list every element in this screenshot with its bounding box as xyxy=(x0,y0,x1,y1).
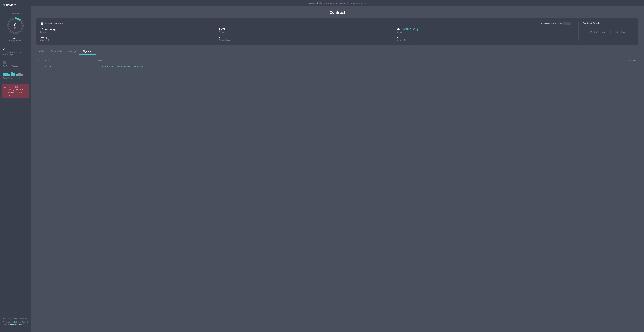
contract-card: 📋 Smart Contract KT1HJ8VJ..8AU4AF Copy 1… xyxy=(36,18,638,45)
election-icon xyxy=(3,61,6,64)
election-row: — xyxy=(3,61,28,64)
creator-label: Creator xyxy=(397,31,572,33)
last-active-value: 10 minutes ago xyxy=(40,28,214,31)
transactions-field: 1 Transactions xyxy=(219,36,393,41)
cycle-donut: 0 Cycle xyxy=(6,16,25,35)
contract-fields: 10 minutes ago Last Active 1 XTZ Balance… xyxy=(40,28,572,41)
last-active-label: Last Active xyxy=(40,31,214,33)
block-number: 7 xyxy=(3,47,28,51)
alert-box: ⚠ Tezos indexer syncing. The data presen… xyxy=(2,84,29,98)
balance-field: 1 XTZ Balance xyxy=(219,28,393,33)
block-section: 7 Latest Block seen 10 minutes ago xyxy=(0,44,30,58)
tab-storage[interactable]: Storage xyxy=(65,48,80,55)
health-label: Good Network Health xyxy=(3,77,28,79)
network-name: Tezos Sandbox xyxy=(3,12,28,14)
creator-field: 🖼 tz1VSUr8..8Cjcjb Creator xyxy=(397,28,572,33)
row-key: 0: nat xyxy=(43,63,96,70)
election-value: — xyxy=(8,61,10,64)
block-description: Latest Block seen 10 minutes ago xyxy=(3,52,28,56)
sidebar: tz tzStats Tezos Sandbox 0 Cycle 0m Unti… xyxy=(0,0,30,332)
row-key-link[interactable]: 0: nat xyxy=(45,65,51,68)
delegate-value: - xyxy=(397,36,572,39)
contract-address-row: KT1HJ8VJ..8AU4AF Copy xyxy=(541,22,572,25)
col-header-key: Key xyxy=(43,58,96,63)
balance-label: Balance xyxy=(219,31,393,33)
health-bar-6 xyxy=(16,74,18,76)
row-update: 7 xyxy=(612,63,638,70)
footer-contact: Contact us on Twitter or Discord xyxy=(3,321,28,323)
footer-link-blog[interactable]: Blog xyxy=(8,318,12,320)
logo-name: tzStats xyxy=(6,3,16,7)
delegate-label: Current Delegate xyxy=(397,39,572,41)
table-header-row: # Key Value Last Update xyxy=(36,58,638,63)
row-value-link[interactable]: tz1VSUr8wwNhLAzempoch5d6hLRiTh8Cjcjb xyxy=(98,65,143,68)
blockwatch-link: Blockwatch Data xyxy=(10,324,24,326)
footer-links: API Blog Terms Privacy xyxy=(3,318,28,320)
row-value: tz1VSUr8wwNhLAzempoch5d6hLRiTh8Cjcjb xyxy=(96,63,612,70)
page-title: Contract xyxy=(36,10,638,15)
tabs: Calls Entrypoints Storage Bigmap 1 xyxy=(36,48,638,55)
transactions-value: 1 xyxy=(219,36,393,39)
health-bar-2 xyxy=(6,73,8,76)
balance-value: 1 XTZ xyxy=(219,28,393,31)
cycle-label: Cycle xyxy=(13,27,18,29)
creator-icon: 🖼 xyxy=(397,28,400,31)
twitter-link[interactable]: Twitter xyxy=(14,321,19,323)
footer-made: Made by Blockwatch Data xyxy=(3,324,28,326)
sidebar-footer: API Blog Terms Privacy Contact us on Twi… xyxy=(0,315,30,328)
tab-bigmap1[interactable]: Bigmap 1 xyxy=(80,48,96,55)
footer-link-api[interactable]: API xyxy=(3,318,6,320)
content-area: Contract 📋 Smart Contract KT1HJ8VJ..8AU4… xyxy=(30,6,644,332)
logo-area: tz tzStats xyxy=(0,0,30,10)
contract-details: Contract Details We don't recognize this… xyxy=(578,22,634,41)
bigmap-table: # Key Value Last Update 1 0: nat tz1VSUr… xyxy=(36,58,638,70)
alert-icon: ⚠ xyxy=(4,86,6,89)
table-row: 1 0: nat tz1VSUr8wwNhLAzempoch5d6hLRiTh8… xyxy=(36,63,638,70)
contract-address: KT1HJ8VJ..8AU4AF xyxy=(541,22,562,25)
table-body: 1 0: nat tz1VSUr8wwNhLAzempoch5d6hLRiTh8… xyxy=(36,63,638,70)
copy-button[interactable]: Copy xyxy=(563,22,572,25)
cycle-number: 0 xyxy=(13,23,18,27)
health-bars xyxy=(3,72,28,76)
election-label: On-Chain Election xyxy=(3,65,28,67)
transactions-label: Transactions xyxy=(219,39,393,41)
contract-header: 📋 Smart Contract KT1HJ8VJ..8AU4AF Copy xyxy=(40,22,572,25)
health-bar-3 xyxy=(8,74,10,76)
col-header-num: # xyxy=(36,58,43,63)
col-header-update: Last Update xyxy=(612,58,638,63)
creation-date-field: Sat Apr 17 Creation Date xyxy=(40,36,214,41)
footer-link-privacy[interactable]: Privacy xyxy=(20,318,26,320)
health-bar-4 xyxy=(11,72,13,76)
health-section: Good Network Health xyxy=(0,70,30,82)
health-bar-1 xyxy=(3,73,5,76)
contract-info: 📋 Smart Contract KT1HJ8VJ..8AU4AF Copy 1… xyxy=(40,22,572,41)
col-header-value: Value xyxy=(96,58,612,63)
search-placeholder: Explore blocks, operations, accounts, el… xyxy=(308,2,367,4)
row-num: 1 xyxy=(36,63,43,70)
details-empty: We don't recognize this contract type. xyxy=(583,27,634,37)
contract-type-label: Smart Contract xyxy=(45,22,63,25)
details-title: Contract Details xyxy=(583,22,634,25)
network-section: Tezos Sandbox 0 Cycle 0m Until Cycle End xyxy=(0,10,30,44)
cycle-container: 0 Cycle 0m Until Cycle End xyxy=(3,16,28,42)
main-content: Explore blocks, operations, accounts, el… xyxy=(30,0,644,332)
alert-message: Tezos indexer syncing. The data presente… xyxy=(8,86,27,96)
creation-date-label: Creation Date xyxy=(40,39,214,41)
search-bar: Explore blocks, operations, accounts, el… xyxy=(30,0,644,6)
cycle-center: 0 Cycle xyxy=(13,23,18,29)
health-bar-5 xyxy=(13,73,15,76)
discord-link[interactable]: Discord xyxy=(22,321,28,323)
health-bar-8 xyxy=(21,74,23,76)
footer-link-terms[interactable]: Terms xyxy=(13,318,18,320)
tab-calls[interactable]: Calls xyxy=(36,48,48,55)
creation-date-value: Sat Apr 17 xyxy=(40,36,214,39)
cycle-sublabel: Until Cycle End xyxy=(9,40,21,42)
tab-entrypoints[interactable]: Entrypoints xyxy=(48,48,65,55)
creator-link[interactable]: tz1VSUr8..8Cjcjb xyxy=(401,28,420,31)
contract-type-icon: 📋 xyxy=(40,22,44,25)
delegate-field: - Current Delegate xyxy=(397,36,572,41)
health-bar-7 xyxy=(18,73,20,76)
creator-value: 🖼 tz1VSUr8..8Cjcjb xyxy=(397,28,572,31)
cycle-time: 0m xyxy=(14,37,17,40)
last-active-field: 10 minutes ago Last Active xyxy=(40,28,214,33)
